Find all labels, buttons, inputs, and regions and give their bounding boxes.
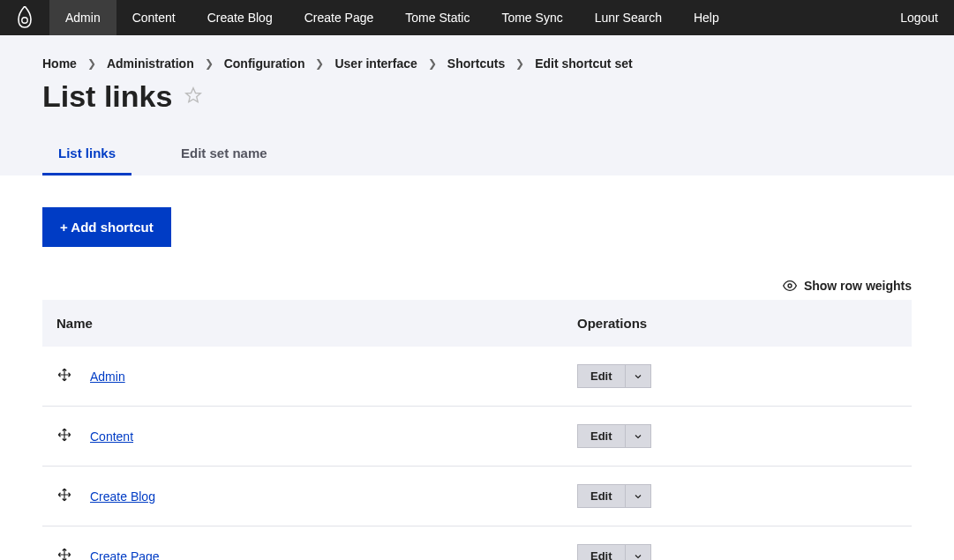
- toolbar-item-tome-sync[interactable]: Tome Sync: [485, 0, 578, 35]
- region-header: Home ❯ Administration ❯ Configuration ❯ …: [0, 35, 954, 175]
- svg-point-0: [22, 18, 27, 23]
- show-row-weights-toggle[interactable]: Show row weights: [42, 279, 912, 293]
- star-outline-icon[interactable]: [184, 86, 202, 107]
- chevron-right-icon: ❯: [87, 57, 96, 70]
- show-row-weights-label: Show row weights: [804, 279, 912, 293]
- edit-button[interactable]: Edit: [577, 544, 626, 560]
- tab-edit-set-name[interactable]: Edit set name: [165, 135, 283, 175]
- operations-dropdown-toggle[interactable]: [626, 364, 651, 388]
- toolbar-item-create-page[interactable]: Create Page: [289, 0, 390, 35]
- chevron-right-icon: ❯: [315, 57, 324, 70]
- breadcrumb-user-interface[interactable]: User interface: [334, 56, 417, 71]
- operations-dropdown-toggle[interactable]: [626, 484, 651, 508]
- chevron-right-icon: ❯: [428, 57, 437, 70]
- eye-icon: [783, 279, 797, 293]
- admin-toolbar: Admin Content Create Blog Create Page To…: [0, 0, 954, 35]
- tabs: List links Edit set name: [42, 135, 912, 175]
- shortcut-link[interactable]: Create Page: [90, 549, 160, 561]
- toolbar-item-help[interactable]: Help: [678, 0, 735, 35]
- shortcut-link[interactable]: Admin: [90, 370, 125, 384]
- toolbar-item-tome-static[interactable]: Tome Static: [389, 0, 485, 35]
- toolbar-item-content[interactable]: Content: [116, 0, 192, 35]
- chevron-right-icon: ❯: [205, 57, 214, 70]
- drag-handle-icon[interactable]: [56, 487, 72, 505]
- shortcuts-table: Name Operations AdminEditContentEditCrea…: [42, 300, 912, 560]
- table-row: ContentEdit: [42, 407, 912, 467]
- shortcut-link[interactable]: Create Blog: [90, 489, 155, 504]
- breadcrumb-edit-shortcut-set[interactable]: Edit shortcut set: [535, 56, 632, 71]
- page-title: List links: [42, 79, 172, 114]
- operations-dropdown-toggle[interactable]: [626, 424, 651, 448]
- svg-marker-1: [186, 88, 201, 102]
- table-row: AdminEdit: [42, 347, 912, 407]
- shortcut-link[interactable]: Content: [90, 429, 133, 444]
- edit-button[interactable]: Edit: [577, 484, 626, 508]
- toolbar-item-logout[interactable]: Logout: [884, 0, 954, 35]
- breadcrumb-shortcuts[interactable]: Shortcuts: [447, 56, 505, 71]
- breadcrumb-administration[interactable]: Administration: [107, 56, 194, 71]
- edit-button[interactable]: Edit: [577, 364, 626, 388]
- table-row: Create BlogEdit: [42, 467, 912, 526]
- tab-list-links[interactable]: List links: [42, 135, 131, 175]
- drag-handle-icon[interactable]: [56, 427, 72, 445]
- add-shortcut-button[interactable]: + Add shortcut: [42, 207, 171, 247]
- operations-dropdown-toggle[interactable]: [626, 544, 651, 560]
- drupal-icon: [16, 6, 34, 29]
- drag-handle-icon[interactable]: [56, 547, 72, 560]
- toolbar-item-create-blog[interactable]: Create Blog: [192, 0, 289, 35]
- drupal-logo[interactable]: [0, 0, 49, 35]
- toolbar-item-admin[interactable]: Admin: [49, 0, 116, 35]
- edit-button[interactable]: Edit: [577, 424, 626, 448]
- drag-handle-icon[interactable]: [56, 367, 72, 385]
- breadcrumb-home[interactable]: Home: [42, 56, 77, 71]
- toolbar-item-lunr-search[interactable]: Lunr Search: [579, 0, 678, 35]
- breadcrumb: Home ❯ Administration ❯ Configuration ❯ …: [42, 56, 912, 71]
- table-row: Create PageEdit: [42, 526, 912, 561]
- content-area: + Add shortcut Show row weights Name Ope…: [0, 175, 954, 560]
- svg-point-2: [788, 284, 792, 287]
- column-header-name: Name: [42, 300, 563, 347]
- chevron-right-icon: ❯: [515, 57, 524, 70]
- breadcrumb-configuration[interactable]: Configuration: [224, 56, 305, 71]
- column-header-operations: Operations: [563, 300, 912, 347]
